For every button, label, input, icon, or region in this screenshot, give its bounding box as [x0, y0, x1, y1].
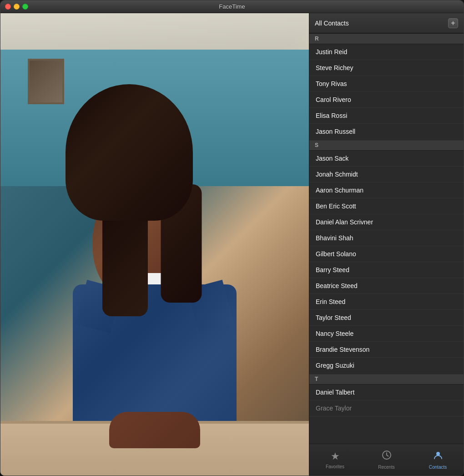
- maximize-button[interactable]: [22, 4, 28, 10]
- contact-item[interactable]: Aaron Schurman: [309, 182, 464, 198]
- contact-item[interactable]: Beatrice Steed: [309, 278, 464, 294]
- contact-item[interactable]: Ben Eric Scott: [309, 198, 464, 214]
- tab-contacts[interactable]: Contacts: [412, 447, 464, 472]
- contact-jason-sack[interactable]: Jason Sack: [309, 151, 464, 167]
- title-bar: FaceTime: [0, 0, 464, 13]
- tab-bar: ★ Favorites Recents: [309, 444, 464, 476]
- svg-line-2: [387, 455, 388, 456]
- contact-item[interactable]: Brandie Stevenson: [309, 342, 464, 358]
- contact-item[interactable]: Carol Rivero: [309, 92, 464, 108]
- section-header-t: T: [309, 374, 464, 385]
- contact-item[interactable]: Jonah Schmidt: [309, 167, 464, 182]
- contact-item[interactable]: Gilbert Solano: [309, 246, 464, 262]
- section-header-s: S: [309, 140, 464, 151]
- background-picture-frame: [28, 59, 64, 104]
- add-contact-button[interactable]: +: [448, 18, 458, 28]
- tab-recents[interactable]: Recents: [361, 447, 412, 472]
- minimize-button[interactable]: [14, 4, 20, 10]
- tab-favorites[interactable]: ★ Favorites: [309, 448, 361, 472]
- contacts-panel-title: All Contacts: [315, 20, 349, 27]
- person-hair-top: [66, 84, 193, 221]
- contact-item[interactable]: Elisa Rossi: [309, 108, 464, 124]
- contact-item[interactable]: Taylor Steed: [309, 310, 464, 326]
- contact-item[interactable]: Daniel Alan Scrivner: [309, 214, 464, 230]
- contact-item[interactable]: Gregg Suzuki: [309, 358, 464, 374]
- favorites-label: Favorites: [326, 464, 344, 469]
- contact-item[interactable]: Justin Reid: [309, 44, 464, 60]
- contacts-label: Contacts: [429, 465, 447, 470]
- picture-inner: [30, 61, 62, 102]
- window-controls: [5, 4, 28, 10]
- contact-item[interactable]: Barry Steed: [309, 262, 464, 278]
- close-button[interactable]: [5, 4, 11, 10]
- contact-item[interactable]: Nancy Steele: [309, 326, 464, 342]
- section-header-r: R: [309, 33, 464, 44]
- contact-item[interactable]: Grace Taylor: [309, 400, 464, 416]
- contact-item[interactable]: Erin Steed: [309, 294, 464, 310]
- app-title: FaceTime: [219, 3, 245, 10]
- person-hands: [109, 412, 200, 448]
- contact-item[interactable]: Bhavini Shah: [309, 230, 464, 246]
- contacts-header: All Contacts +: [309, 13, 464, 33]
- svg-point-3: [436, 452, 440, 456]
- contact-item[interactable]: Jason Russell: [309, 124, 464, 140]
- contact-item[interactable]: Daniel Talbert: [309, 385, 464, 400]
- contact-item[interactable]: Steve Richey: [309, 60, 464, 76]
- contact-item[interactable]: Tony Rivas: [309, 76, 464, 92]
- video-feed: [0, 13, 309, 476]
- favorites-icon: ★: [331, 451, 340, 462]
- recents-label: Recents: [378, 465, 395, 470]
- app-window: FaceTime: [0, 0, 464, 476]
- contacts-list[interactable]: R Justin Reid Steve Richey Tony Rivas Ca…: [309, 33, 464, 444]
- contacts-icon: [433, 450, 443, 463]
- video-area: [0, 13, 309, 476]
- main-content: All Contacts + R Justin Reid Steve Riche…: [0, 13, 464, 476]
- recents-icon: [382, 450, 392, 463]
- contacts-panel: All Contacts + R Justin Reid Steve Riche…: [309, 13, 464, 476]
